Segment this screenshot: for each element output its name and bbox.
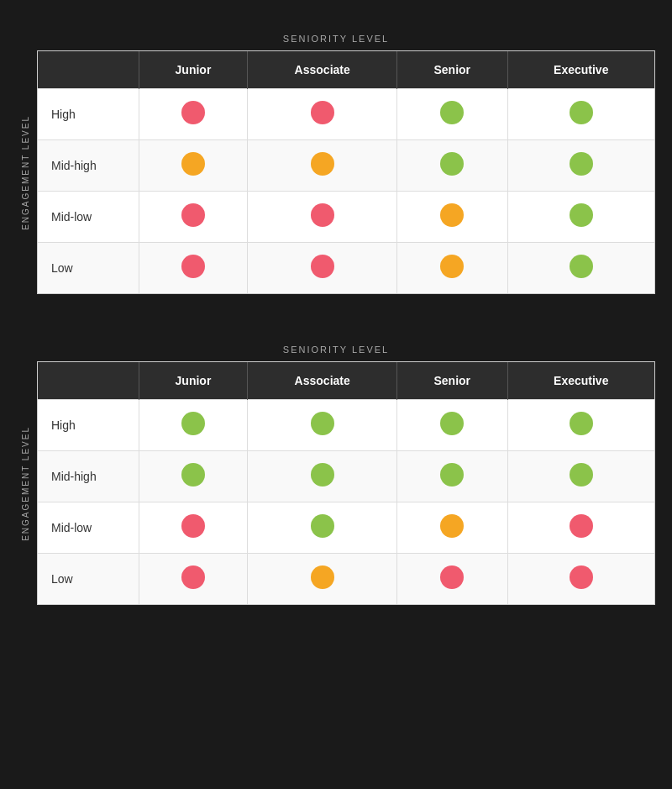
dot-cell [248, 400, 397, 451]
dot-red [181, 565, 205, 589]
dot-cell [139, 89, 248, 140]
dot-red [440, 565, 464, 589]
row-label-mid-low: Mid-low [38, 192, 139, 243]
dot-cell [507, 400, 654, 451]
dot-green [440, 152, 464, 176]
dot-cell [507, 554, 654, 605]
dot-red [181, 514, 205, 538]
dot-cell [396, 140, 507, 192]
row-label-high: High [38, 400, 139, 451]
row-label-mid-high: Mid-high [38, 451, 139, 502]
seniority-level-label: SENIORITY LEVEL [283, 345, 389, 355]
table-row: Low [38, 554, 654, 605]
dot-orange [311, 565, 334, 589]
dot-green [440, 101, 464, 124]
col-header-associate: Associate [248, 51, 397, 89]
table-with-axis: ENGAGEMENT LEVELJuniorAssociateSeniorExe… [17, 361, 655, 605]
col-header-senior: Senior [396, 51, 507, 89]
dot-cell [248, 192, 397, 243]
dot-green [181, 412, 205, 435]
dot-cell [396, 554, 507, 605]
col-header-executive: Executive [507, 51, 654, 89]
table-row: High [38, 400, 654, 451]
dot-cell [248, 554, 397, 605]
row-label-low: Low [38, 554, 139, 605]
dot-green [311, 412, 334, 435]
dot-red [570, 565, 593, 589]
dot-cell [139, 243, 248, 294]
dot-green [181, 463, 205, 487]
dot-cell [139, 400, 248, 451]
dot-cell [139, 451, 248, 502]
dot-cell [396, 243, 507, 294]
dot-cell [507, 502, 654, 554]
chart-1: SENIORITY LEVELENGAGEMENT LEVELJuniorAss… [17, 34, 655, 294]
dot-green [570, 101, 593, 124]
dot-red [181, 255, 205, 278]
row-label-mid-low: Mid-low [38, 502, 139, 554]
dot-cell [139, 192, 248, 243]
matrix-table: JuniorAssociateSeniorExecutiveHighMid-hi… [38, 362, 654, 604]
dot-red [311, 203, 334, 227]
col-header-junior: Junior [139, 362, 248, 400]
dot-cell [396, 451, 507, 502]
engagement-axis-container: ENGAGEMENT LEVEL [17, 361, 34, 605]
dot-cell [396, 89, 507, 140]
dot-green [570, 152, 593, 176]
engagement-level-label: ENGAGEMENT LEVEL [21, 115, 30, 230]
header-empty [38, 51, 139, 89]
dot-red [181, 101, 205, 124]
dot-cell [248, 451, 397, 502]
matrix-table-outer: JuniorAssociateSeniorExecutiveHighMid-hi… [37, 361, 655, 605]
dot-cell [139, 502, 248, 554]
dot-cell [248, 89, 397, 140]
dot-green [440, 412, 464, 435]
dot-cell [139, 554, 248, 605]
dot-green [311, 463, 334, 487]
chart-2: SENIORITY LEVELENGAGEMENT LEVELJuniorAss… [17, 345, 655, 605]
dot-orange [181, 152, 205, 176]
row-label-mid-high: Mid-high [38, 140, 139, 192]
charts-wrapper: SENIORITY LEVELENGAGEMENT LEVELJuniorAss… [17, 34, 655, 605]
engagement-level-label: ENGAGEMENT LEVEL [21, 426, 30, 541]
col-header-junior: Junior [139, 51, 248, 89]
dot-cell [396, 502, 507, 554]
dot-green [440, 463, 464, 487]
table-row: High [38, 89, 654, 140]
row-label-low: Low [38, 243, 139, 294]
col-header-senior: Senior [396, 362, 507, 400]
table-row: Mid-low [38, 502, 654, 554]
dot-orange [440, 203, 464, 227]
dot-cell [139, 140, 248, 192]
row-label-high: High [38, 89, 139, 140]
dot-red [311, 101, 334, 124]
dot-cell [248, 243, 397, 294]
dot-cell [396, 192, 507, 243]
table-with-axis: ENGAGEMENT LEVELJuniorAssociateSeniorExe… [17, 50, 655, 294]
dot-cell [507, 192, 654, 243]
col-header-associate: Associate [248, 362, 397, 400]
dot-green [570, 463, 593, 487]
dot-cell [248, 140, 397, 192]
matrix-table: JuniorAssociateSeniorExecutiveHighMid-hi… [38, 51, 654, 293]
matrix-table-outer: JuniorAssociateSeniorExecutiveHighMid-hi… [37, 50, 655, 294]
table-row: Low [38, 243, 654, 294]
dot-red [181, 203, 205, 227]
dot-cell [507, 451, 654, 502]
dot-green [570, 412, 593, 435]
col-header-executive: Executive [507, 362, 654, 400]
dot-red [311, 255, 334, 278]
dot-cell [396, 400, 507, 451]
dot-cell [507, 140, 654, 192]
dot-orange [311, 152, 334, 176]
table-row: Mid-low [38, 192, 654, 243]
dot-orange [440, 514, 464, 538]
dot-green [570, 203, 593, 227]
table-row: Mid-high [38, 140, 654, 192]
dot-red [570, 514, 593, 538]
seniority-level-label: SENIORITY LEVEL [283, 34, 389, 44]
header-empty [38, 362, 139, 400]
dot-green [311, 514, 334, 538]
dot-cell [248, 502, 397, 554]
dot-cell [507, 243, 654, 294]
